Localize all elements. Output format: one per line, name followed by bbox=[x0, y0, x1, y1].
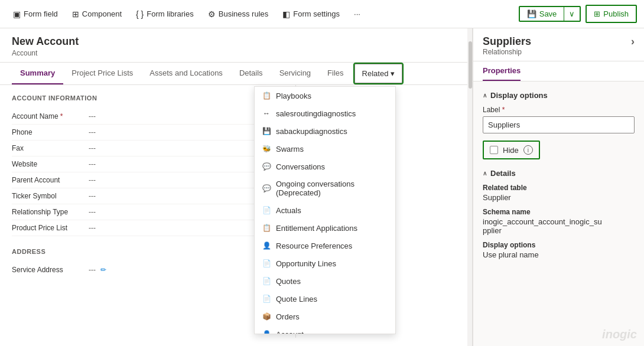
required-star: * bbox=[60, 112, 63, 120]
dropdown-item-account[interactable]: 👤 Account bbox=[255, 325, 395, 334]
field-account-name: Account Name * --- bbox=[12, 109, 284, 125]
form-area: New Account Account Summary Project Pric… bbox=[0, 28, 473, 346]
related-table-label: Related table bbox=[483, 184, 635, 192]
panel-tab-properties[interactable]: Properties bbox=[483, 61, 521, 81]
component-icon: ⊞ bbox=[72, 9, 79, 19]
dropdown-item-quotes[interactable]: 📄 Quotes bbox=[255, 272, 395, 290]
dropdown-item-opportunity-lines[interactable]: 📄 Opportunity Lines bbox=[255, 254, 395, 272]
panel-body: ∧ Display options Label * Hide i ∧ Detai… bbox=[473, 81, 644, 346]
dropdown-item-sabackup[interactable]: 💾 sabackupdiagnostics bbox=[255, 122, 395, 140]
form-scrollbar[interactable] bbox=[467, 28, 472, 346]
bottom-display-options: Display options Use plural name bbox=[483, 241, 635, 259]
top-toolbar: ▣ Form field ⊞ Component { } Form librar… bbox=[0, 0, 644, 28]
display-options-chevron: ∧ bbox=[483, 92, 487, 99]
dropdown-item-actuals[interactable]: 📄 Actuals bbox=[255, 201, 395, 219]
sabackup-icon: 💾 bbox=[262, 126, 271, 136]
publish-button[interactable]: ⊞ Publish bbox=[586, 5, 637, 23]
form-subtitle: Account bbox=[12, 49, 460, 57]
toolbar-form-field[interactable]: ▣ Form field bbox=[7, 6, 64, 22]
dropdown-item-orders[interactable]: 📦 Orders bbox=[255, 308, 395, 325]
field-relationship-type: Relationship Type --- bbox=[12, 204, 284, 220]
main-container: New Account Account Summary Project Pric… bbox=[0, 28, 644, 346]
product-price-list-label: Product Price List bbox=[12, 224, 89, 232]
business-rules-icon: ⚙ bbox=[208, 9, 216, 19]
dropdown-item-quote-lines[interactable]: 📄 Quote Lines bbox=[255, 290, 395, 308]
more-icon: ··· bbox=[354, 9, 360, 18]
field-ticker-symbol: Ticker Symbol --- bbox=[12, 188, 284, 204]
form-title: New Account bbox=[12, 35, 460, 48]
publish-icon: ⊞ bbox=[594, 9, 600, 18]
dropdown-item-playbooks[interactable]: 📋 Playbooks bbox=[255, 87, 395, 105]
service-address-label: Service Address bbox=[12, 266, 89, 273]
schema-name-value: inogic_account_account_inogic_supplier bbox=[483, 217, 635, 235]
form-settings-icon: ◧ bbox=[282, 9, 290, 19]
chevron-down-icon: ∨ bbox=[569, 9, 575, 18]
quotes-icon: 📄 bbox=[262, 276, 271, 286]
schema-name-field: Schema name inogic_account_account_inogi… bbox=[483, 208, 635, 235]
dropdown-item-conversations[interactable]: 💬 Conversations bbox=[255, 158, 395, 175]
resource-prefs-icon: 👤 bbox=[262, 241, 271, 250]
details-section-header: ∧ Details bbox=[483, 169, 635, 178]
relationship-type-label: Relationship Type bbox=[12, 208, 89, 216]
toolbar-form-settings[interactable]: ◧ Form settings bbox=[277, 6, 346, 22]
form-body-fields: ACCOUNT INFORMATION Account Name * --- P… bbox=[0, 85, 295, 273]
tab-files[interactable]: Files bbox=[319, 63, 352, 84]
form-body-split: ACCOUNT INFORMATION Account Name * --- P… bbox=[0, 85, 472, 338]
form-field-icon: ▣ bbox=[13, 9, 21, 19]
save-button-group: 💾 Save ∨ bbox=[519, 6, 581, 22]
ticker-symbol-label: Ticker Symbol bbox=[12, 192, 89, 200]
bottom-display-options-label: Display options bbox=[483, 241, 635, 249]
field-product-price-list: Product Price List --- bbox=[12, 220, 284, 236]
hide-label: Hide bbox=[503, 146, 519, 155]
field-service-address: Service Address --- ✏ bbox=[12, 262, 284, 273]
entitlement-icon: 📋 bbox=[262, 223, 271, 233]
dropdown-item-salesrouting[interactable]: ↔ salesroutingdiagnostics bbox=[255, 105, 395, 122]
toolbar-more[interactable]: ··· bbox=[348, 6, 366, 22]
opportunity-lines-icon: 📄 bbox=[262, 259, 271, 268]
panel-subtitle: Relationship bbox=[483, 48, 635, 56]
tab-summary[interactable]: Summary bbox=[12, 63, 63, 84]
tab-details[interactable]: Details bbox=[231, 63, 271, 84]
conversations-icon: 💬 bbox=[262, 162, 271, 171]
fax-label: Fax bbox=[12, 144, 89, 152]
related-table-value: Supplier bbox=[483, 193, 635, 202]
address-section: ADDRESS Service Address --- ✏ bbox=[12, 248, 284, 273]
details-chevron: ∧ bbox=[483, 170, 487, 177]
dropdown-item-swarms[interactable]: 🐝 Swarms bbox=[255, 140, 395, 158]
account-info-section-title: ACCOUNT INFORMATION bbox=[12, 94, 284, 102]
panel-header: Suppliers › Relationship bbox=[473, 28, 644, 61]
toolbar-right: 💾 Save ∨ ⊞ Publish bbox=[519, 5, 637, 23]
related-dropdown-menu: 📋 Playbooks ↔ salesroutingdiagnostics 💾 … bbox=[254, 86, 396, 334]
dropdown-item-ongoing-conversations[interactable]: 💬 Ongoing conversations (Deprecated) bbox=[255, 175, 395, 201]
phone-label: Phone bbox=[12, 128, 89, 136]
toolbar-business-rules[interactable]: ⚙ Business rules bbox=[202, 6, 275, 22]
related-table-field: Related table Supplier bbox=[483, 184, 635, 202]
edit-icon[interactable]: ✏ bbox=[100, 266, 106, 273]
tab-assets-locations[interactable]: Assets and Locations bbox=[141, 63, 231, 84]
dropdown-item-entitlement[interactable]: 📋 Entitlement Applications bbox=[255, 219, 395, 237]
tab-related[interactable]: Related ▾ bbox=[354, 64, 403, 83]
playbooks-icon: 📋 bbox=[262, 91, 271, 100]
toolbar-component[interactable]: ⊞ Component bbox=[66, 6, 128, 22]
parent-account-label: Parent Account bbox=[12, 176, 89, 184]
save-button[interactable]: 💾 Save bbox=[520, 7, 565, 21]
label-input[interactable] bbox=[483, 116, 635, 133]
form-tabs: Summary Project Price Lists Assets and L… bbox=[0, 63, 472, 85]
ongoing-conversations-icon: 💬 bbox=[262, 184, 271, 193]
swarms-icon: 🐝 bbox=[262, 144, 271, 154]
save-dropdown-button[interactable]: ∨ bbox=[564, 7, 580, 21]
hide-checkbox[interactable] bbox=[490, 146, 498, 154]
field-parent-account: Parent Account --- bbox=[12, 172, 284, 188]
scrollbar-thumb bbox=[469, 41, 472, 89]
salesrouting-icon: ↔ bbox=[262, 109, 271, 118]
label-field-label: Label * bbox=[483, 106, 635, 114]
hide-info-icon[interactable]: i bbox=[523, 145, 533, 155]
tab-servicing[interactable]: Servicing bbox=[271, 63, 319, 84]
details-section: ∧ Details Related table Supplier Schema … bbox=[483, 169, 635, 259]
panel-expand-icon[interactable]: › bbox=[631, 35, 635, 48]
dropdown-item-resource-prefs[interactable]: 👤 Resource Preferences bbox=[255, 237, 395, 254]
quote-lines-icon: 📄 bbox=[262, 294, 271, 303]
tab-project-price-lists[interactable]: Project Price Lists bbox=[63, 63, 141, 84]
actuals-icon: 📄 bbox=[262, 205, 271, 215]
toolbar-form-libraries[interactable]: { } Form libraries bbox=[130, 6, 200, 22]
